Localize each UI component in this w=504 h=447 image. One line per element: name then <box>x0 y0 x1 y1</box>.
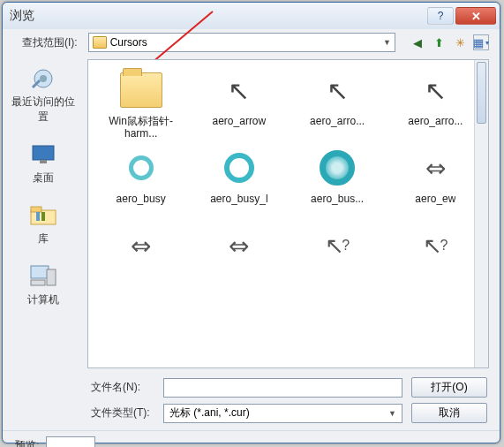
svg-rect-5 <box>40 160 47 163</box>
filename-input[interactable] <box>163 378 402 398</box>
place-libraries[interactable]: 库 <box>7 201 79 246</box>
view-menu-icon[interactable]: ▦▾ <box>473 34 489 50</box>
place-desktop[interactable]: 桌面 <box>7 140 79 186</box>
chevron-down-icon: ▼ <box>383 38 391 47</box>
list-item[interactable]: ↖? <box>290 224 385 295</box>
list-item[interactable]: ↖aero_arro... <box>388 69 483 140</box>
preview-row: 预览: <box>3 430 500 447</box>
recent-icon <box>27 64 59 93</box>
busy-icon <box>129 155 154 180</box>
svg-rect-11 <box>47 269 56 285</box>
scrollbar[interactable] <box>474 60 488 367</box>
svg-rect-12 <box>31 280 45 285</box>
window-title: 浏览 <box>6 8 427 24</box>
svg-rect-7 <box>31 207 41 212</box>
place-label: 桌面 <box>33 170 54 186</box>
help-cursor-icon: ↖? <box>325 224 350 267</box>
libraries-icon <box>27 201 59 230</box>
new-folder-icon[interactable]: ✳ <box>452 34 468 50</box>
scrollbar-thumb[interactable] <box>477 62 486 124</box>
cursor-arrow-icon: ↖ <box>228 69 250 111</box>
places-bar: 最近访问的位置 桌面 库 计算机 <box>3 56 84 372</box>
place-label: 计算机 <box>27 292 59 307</box>
list-item[interactable]: ⇔aero_ew <box>388 147 483 217</box>
resize-ew-icon: ⇔ <box>131 224 151 267</box>
list-item[interactable]: ⇔ <box>94 224 188 295</box>
toolbar-icons: ◀ ⬆ ✳ ▦▾ <box>410 34 489 50</box>
file-list-pane: Win鼠标指针-harm... ↖aero_arrow ↖aero_arro..… <box>87 59 489 368</box>
file-grid: Win鼠标指针-harm... ↖aero_arrow ↖aero_arro..… <box>88 60 488 304</box>
help-button[interactable]: ? <box>427 7 454 25</box>
svg-rect-10 <box>31 266 49 278</box>
list-item[interactable]: ↖aero_arro... <box>290 69 385 140</box>
back-icon[interactable]: ◀ <box>410 34 425 50</box>
place-recent[interactable]: 最近访问的位置 <box>7 64 79 125</box>
resize-ew-icon: ⇔ <box>425 147 446 189</box>
help-cursor-icon: ↖? <box>423 224 448 267</box>
filetype-value: 光标 (*.ani, *.cur) <box>169 405 250 420</box>
filename-label: 文件名(N): <box>91 380 154 395</box>
chevron-down-icon: ▼ <box>388 409 396 418</box>
list-item[interactable]: aero_busy_l <box>192 147 286 217</box>
body-area: 最近访问的位置 桌面 库 计算机 Win鼠标指针-harm... ↖aero_a… <box>3 56 500 372</box>
busy-icon <box>320 150 355 186</box>
list-item[interactable]: ⇔ <box>192 224 286 295</box>
folder-icon <box>93 36 107 49</box>
svg-rect-4 <box>33 146 54 160</box>
titlebar: 浏览 ? ✕ <box>3 3 500 29</box>
browse-dialog: 浏览 ? ✕ 查找范围(I): Cursors ▼ ◀ ⬆ ✳ ▦▾ 最近访问的… <box>2 2 500 443</box>
look-in-combo[interactable]: Cursors ▼ <box>88 33 395 52</box>
cancel-button[interactable]: 取消 <box>411 403 487 423</box>
filetype-label: 文件类型(T): <box>91 405 154 420</box>
place-computer[interactable]: 计算机 <box>7 262 79 307</box>
svg-rect-8 <box>36 212 40 221</box>
svg-point-3 <box>40 75 47 82</box>
preview-label: 预览: <box>15 436 39 447</box>
look-in-label: 查找范围(I): <box>22 35 78 50</box>
list-item[interactable]: ↖aero_arrow <box>192 69 286 140</box>
list-item[interactable]: ↖? <box>388 224 483 295</box>
list-item[interactable]: aero_bus... <box>290 147 385 217</box>
svg-rect-9 <box>41 212 45 221</box>
computer-icon <box>27 262 59 291</box>
toolbar: 查找范围(I): Cursors ▼ ◀ ⬆ ✳ ▦▾ <box>3 29 500 56</box>
cursor-arrow-icon: ↖ <box>327 69 349 111</box>
filetype-combo[interactable]: 光标 (*.ani, *.cur) ▼ <box>163 404 402 423</box>
look-in-value: Cursors <box>110 36 147 49</box>
list-item[interactable]: aero_busy <box>94 147 188 217</box>
busy-icon <box>224 153 254 183</box>
bottom-controls: 文件名(N): 打开(O) 文件类型(T): 光标 (*.ani, *.cur)… <box>3 372 500 427</box>
list-item[interactable]: Win鼠标指针-harm... <box>94 69 188 140</box>
desktop-icon <box>27 140 59 169</box>
up-folder-icon[interactable]: ⬆ <box>431 34 447 50</box>
place-label: 最近访问的位置 <box>7 95 79 125</box>
folder-icon <box>120 72 162 108</box>
open-button[interactable]: 打开(O) <box>411 377 487 398</box>
place-label: 库 <box>38 231 49 246</box>
preview-box <box>46 436 95 447</box>
resize-ew-icon: ⇔ <box>229 224 249 267</box>
close-button[interactable]: ✕ <box>455 7 496 25</box>
cursor-arrow-icon: ↖ <box>425 69 447 111</box>
